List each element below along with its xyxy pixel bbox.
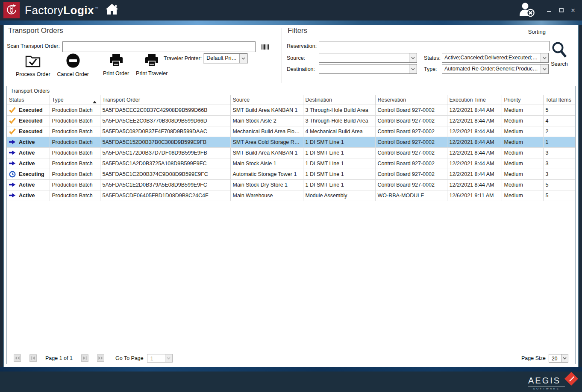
close-button[interactable]: ✕ xyxy=(570,7,576,13)
cell-order: 5A5FDA5C1C2D0B374C9D08D9B599E9FC xyxy=(100,169,230,179)
cell-priority: Medium xyxy=(502,179,543,190)
traveler-printer-label: Traveler Printer: xyxy=(164,56,202,61)
cell-priority: Medium xyxy=(502,137,543,147)
type-select[interactable]: Automated Re-Order;Generic;Production... xyxy=(442,64,549,74)
cell-source: SMT Build Area KANBAN 1 xyxy=(230,147,303,158)
col-header-total-items[interactable]: Total Items xyxy=(543,95,575,105)
cell-type: Production Batch xyxy=(50,190,100,201)
cell-execution-time: 12/2/2021 8:44 AM xyxy=(447,126,502,137)
cell-execution-time: 12/2/2021 8:44 AM xyxy=(447,169,502,179)
cancel-order-icon xyxy=(65,53,81,70)
col-header-status[interactable]: Status xyxy=(7,95,50,105)
cell-type: Production Batch xyxy=(50,147,100,158)
destination-label: Destination: xyxy=(287,66,315,72)
panels-divider xyxy=(282,28,282,83)
table-row[interactable]: ActiveProduction Batch5A5FDA5CDE06405FBD… xyxy=(7,190,575,201)
goto-page-select[interactable]: 1 xyxy=(147,354,173,363)
cell-destination: 1 DI SMT Line 1 xyxy=(303,147,375,158)
table-row[interactable]: ActiveProduction Batch5A5FDA5C152D0B37B0… xyxy=(7,137,575,147)
transport-panel-title: Transport Orders xyxy=(8,26,63,35)
table-row[interactable]: ExecutingProduction Batch5A5FDA5C1C2D0B3… xyxy=(7,169,575,179)
chevron-down-icon xyxy=(239,54,247,63)
cell-source: Main Stock Dry Store 1 xyxy=(230,179,303,190)
cell-order: 5A5FDA5C082D0B37F4F708D9B599DAAC xyxy=(100,126,230,137)
process-order-icon xyxy=(25,53,41,70)
sorting-link[interactable]: Sorting xyxy=(528,29,546,35)
source-select[interactable] xyxy=(319,53,417,63)
cell-priority: Medium xyxy=(502,105,543,115)
aegis-logo: AEGIS SOFTWARE xyxy=(528,376,576,390)
home-button[interactable] xyxy=(106,4,118,17)
cell-total-items: 2 xyxy=(543,126,575,137)
table-row[interactable]: ActiveProduction Batch5A5FDA5C1E2D0B379A… xyxy=(7,179,575,190)
cell-execution-time: 12/2/2021 8:44 AM xyxy=(447,137,502,147)
search-button[interactable]: Search xyxy=(548,41,570,67)
scan-transport-order-input[interactable] xyxy=(62,41,256,52)
cell-status: Executing xyxy=(7,169,50,179)
cell-execution-time: 12/2/2021 8:44 AM xyxy=(447,115,502,126)
chevron-down-icon xyxy=(409,53,417,62)
previous-page-button[interactable] xyxy=(29,354,37,362)
next-page-button[interactable] xyxy=(81,354,88,362)
table-row[interactable]: ExecutedProduction Batch5A5FDA5CEC2C0B37… xyxy=(7,105,575,115)
cell-status: Executed xyxy=(7,105,50,115)
cell-type: Production Batch xyxy=(50,137,100,147)
table-row[interactable]: ActiveProduction Batch5A5FDA5C1A2D0B3725… xyxy=(7,158,575,169)
status-label: Status: xyxy=(424,55,441,61)
goto-page-label: Go To Page xyxy=(115,355,144,361)
cell-destination: 3 Through-Hole Build Area xyxy=(303,115,375,126)
filters-panel-rule xyxy=(287,37,575,37)
last-page-button[interactable] xyxy=(97,354,104,362)
transport-toolbar: Process Order Cancel Order xyxy=(12,53,171,78)
traveler-printer-select[interactable]: Default Printer xyxy=(204,53,247,63)
col-header-reservation[interactable]: Reservation xyxy=(375,95,447,105)
cell-destination: 4 Mechanical Build Area xyxy=(303,126,375,137)
process-order-button[interactable]: Process Order xyxy=(12,53,54,78)
destination-select[interactable] xyxy=(319,64,417,74)
col-header-source[interactable]: Source xyxy=(230,95,303,105)
status-select[interactable]: Active;Canceled;Delivered;Executed;Exec.… xyxy=(442,53,549,63)
cell-reservation: Control Board 927-0002 xyxy=(375,179,447,190)
user-logout-button[interactable] xyxy=(519,2,535,19)
cell-priority: Medium xyxy=(502,115,543,126)
active-arrow-icon xyxy=(9,181,16,188)
cell-source: Main Stock Aisle 2 xyxy=(230,115,303,126)
cell-reservation: Control Board 927-0002 xyxy=(375,126,447,137)
chevron-down-icon xyxy=(541,64,548,73)
page-size-select[interactable]: 20 xyxy=(549,354,568,363)
minimize-icon xyxy=(547,11,551,12)
executing-clock-icon xyxy=(9,171,16,177)
col-header-type[interactable]: Type xyxy=(50,95,100,105)
reservation-input[interactable] xyxy=(319,41,550,51)
reservation-label: Reservation: xyxy=(287,43,317,49)
cell-priority: Medium xyxy=(502,169,543,179)
minimize-button[interactable] xyxy=(546,7,552,13)
print-traveler-icon xyxy=(144,53,159,69)
cell-total-items: 3 xyxy=(543,169,575,179)
aegis-software-text: SOFTWARE xyxy=(528,387,565,390)
cell-source: SMT Build Area KANBAN 1 xyxy=(230,105,303,115)
cell-order: 5A5FDA5C172D0B37D7DF08D9B599E9FB xyxy=(100,147,230,158)
cell-destination: 1 DI SMT Line 1 xyxy=(303,137,375,147)
table-tab-label: Transport Orders xyxy=(7,86,575,95)
cell-order: 5A5FDA5CEE2C0B3770B308D9B599D66D xyxy=(100,115,230,126)
table-row[interactable]: ExecutedProduction Batch5A5FDA5C082D0B37… xyxy=(7,126,575,137)
maximize-button[interactable] xyxy=(558,7,564,13)
aegis-diamond-icon xyxy=(564,372,579,388)
chevron-down-icon xyxy=(409,64,417,73)
traveler-printer-group: Traveler Printer: Default Printer xyxy=(164,53,247,63)
cell-priority: Medium xyxy=(502,190,543,201)
table-row[interactable]: ActiveProduction Batch5A5FDA5C172D0B37D7… xyxy=(7,147,575,158)
cell-priority: Medium xyxy=(502,158,543,169)
col-header-execution-time[interactable]: Execution Time xyxy=(447,95,502,105)
col-header-destination[interactable]: Destination xyxy=(303,95,375,105)
active-arrow-icon xyxy=(9,139,16,145)
cancel-order-button[interactable]: Cancel Order xyxy=(54,53,92,78)
cell-type: Production Batch xyxy=(50,158,100,169)
col-header-transport-order[interactable]: Transport Order xyxy=(100,95,230,105)
cell-total-items: 3 xyxy=(543,158,575,169)
table-row[interactable]: ExecutedProduction Batch5A5FDA5CEE2C0B37… xyxy=(7,115,575,126)
first-page-button[interactable] xyxy=(14,354,21,362)
col-header-priority[interactable]: Priority xyxy=(502,95,543,105)
print-order-button[interactable]: Print Order xyxy=(100,53,132,78)
